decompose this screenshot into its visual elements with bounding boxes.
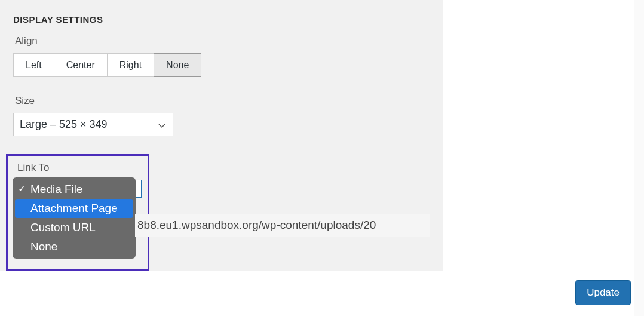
link-to-option-attachment-page[interactable]: Attachment Page [15, 199, 133, 218]
align-right-button[interactable]: Right [107, 53, 154, 77]
scrollbar[interactable] [634, 0, 644, 316]
align-button-group: Left Center Right None [13, 53, 430, 77]
right-panel [454, 0, 644, 316]
link-to-label: Link To [17, 162, 143, 174]
size-label: Size [15, 95, 430, 107]
align-none-button[interactable]: None [154, 53, 201, 77]
section-title: DISPLAY SETTINGS [13, 14, 430, 24]
link-to-option-media-file[interactable]: Media File [13, 180, 136, 199]
align-label: Align [15, 35, 430, 47]
align-center-button[interactable]: Center [54, 53, 108, 77]
align-left-button[interactable]: Left [13, 53, 54, 77]
chevron-down-icon [158, 118, 165, 131]
link-to-option-custom-url[interactable]: Custom URL [13, 218, 136, 237]
url-field[interactable] [135, 214, 430, 237]
size-select[interactable]: Large – 525 × 349 [13, 113, 173, 136]
link-to-section: Link To Media File Attachment Page Custo… [6, 154, 149, 271]
update-button[interactable]: Update [575, 280, 631, 305]
link-to-dropdown: Media File Attachment Page Custom URL No… [13, 177, 136, 259]
link-to-option-none[interactable]: None [13, 237, 136, 256]
size-select-value: Large – 525 × 349 [20, 118, 108, 130]
